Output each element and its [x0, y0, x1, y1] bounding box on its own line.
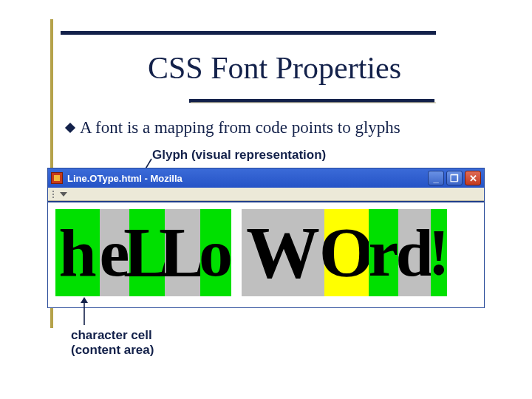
browser-window: Line.OType.html - Mozilla _ ❐ ✕ h e L L … — [47, 168, 485, 308]
glyph-h: h — [55, 209, 100, 296]
window-controls: _ ❐ ✕ — [428, 171, 481, 185]
mozilla-app-icon — [51, 172, 63, 184]
glyph-exclaim: ! — [431, 209, 447, 296]
character-cell-line-1: character cell — [71, 328, 152, 342]
glyph-L2: L — [165, 209, 200, 296]
toolbar-grip-icon — [52, 191, 54, 198]
character-cell-line-2: (content area) — [71, 343, 154, 357]
word-spacer — [231, 209, 242, 296]
close-button[interactable]: ✕ — [465, 171, 481, 185]
subtitle-divider-shadow — [191, 102, 436, 103]
bullet-diamond-icon — [65, 123, 75, 133]
window-menubar — [48, 188, 484, 201]
character-cell-annotation-label: character cell (content area) — [71, 328, 154, 358]
minimize-button[interactable]: _ — [428, 171, 444, 185]
glyph-o: o — [200, 209, 231, 296]
glyph-d: d — [398, 209, 431, 296]
window-titlebar: Line.OType.html - Mozilla _ ❐ ✕ — [48, 168, 484, 188]
glyph-W: W — [242, 209, 324, 296]
page-canvas: h e L L o W O r d ! — [48, 201, 484, 307]
glyph-O2: O — [324, 209, 369, 296]
window-title: Line.OType.html - Mozilla — [67, 173, 423, 184]
top-divider — [61, 31, 436, 35]
glyph-annotation-label: Glyph (visual representation) — [152, 148, 326, 163]
glyph-row: h e L L o W O r d ! — [52, 208, 480, 297]
slide-title: CSS Font Properties — [148, 50, 401, 86]
menu-dropdown-icon — [60, 192, 67, 197]
bullet-row: A font is a mapping from code points to … — [66, 118, 400, 137]
maximize-button[interactable]: ❐ — [446, 171, 463, 185]
glyph-r: r — [369, 209, 398, 296]
bullet-text: A font is a mapping from code points to … — [80, 118, 400, 137]
